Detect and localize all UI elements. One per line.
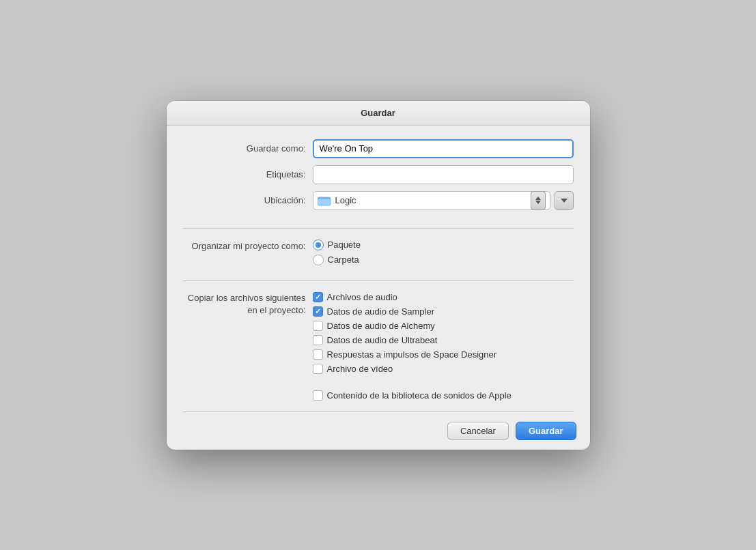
dialog-footer: Cancelar Guardar xyxy=(167,412,590,450)
ubicacion-row: Ubicación: Logic xyxy=(183,191,574,210)
checkbox-alchemy-label: Datos de audio de Alchemy xyxy=(327,321,435,331)
save-button[interactable]: Guardar xyxy=(516,422,576,440)
radio-carpeta-label: Carpeta xyxy=(328,255,359,265)
checkbox-spacedesigner[interactable]: Respuestas a impulsos de Space Designer xyxy=(313,349,512,360)
stepper-down-icon xyxy=(535,201,541,204)
organizar-radio-group: Paquete Carpeta xyxy=(313,240,361,265)
checkbox-ultrabeat-indicator xyxy=(313,335,323,345)
radio-paquete-indicator xyxy=(313,240,324,250)
radio-carpeta[interactable]: Carpeta xyxy=(313,255,361,265)
checkbox-audio-indicator xyxy=(313,292,323,302)
checkbox-video-label: Archivo de vídeo xyxy=(327,364,393,374)
chevron-down-icon xyxy=(561,199,568,203)
guardar-como-field xyxy=(313,139,574,158)
checkbox-apple-label: Contenido de la biblioteca de sonidos de… xyxy=(327,390,512,401)
checkbox-audio[interactable]: Archivos de audio xyxy=(313,292,512,302)
location-stepper[interactable] xyxy=(531,191,546,210)
checkbox-video-indicator xyxy=(313,364,323,374)
copy-label: Copiar los archivos siguientes en el pro… xyxy=(183,292,313,317)
copy-label-line1: Copiar los archivos siguientes xyxy=(188,293,306,303)
checkbox-spacedesigner-label: Respuestas a impulsos de Space Designer xyxy=(327,349,497,360)
dialog-body: Guardar como: Etiquetas: Ubicación: xyxy=(167,126,590,412)
checkbox-ultrabeat-label: Datos de audio de Ultrabeat xyxy=(327,335,438,345)
dialog-titlebar: Guardar xyxy=(167,101,590,126)
etiquetas-field xyxy=(313,165,574,184)
guardar-como-input[interactable] xyxy=(313,139,574,158)
organizar-label: Organizar mi proyecto como: xyxy=(183,240,313,251)
ubicacion-field: Logic xyxy=(313,191,574,210)
copy-checkboxes: Archivos de audio Datos de audio de Samp… xyxy=(313,292,512,401)
checkbox-audio-label: Archivos de audio xyxy=(327,292,397,302)
svg-rect-1 xyxy=(318,199,331,205)
organizar-row: Organizar mi proyecto como: Paquete Carp… xyxy=(183,240,574,265)
checkbox-spacer xyxy=(313,378,512,386)
checkbox-alchemy[interactable]: Datos de audio de Alchemy xyxy=(313,321,512,331)
copy-label-line2: en el proyecto: xyxy=(247,305,305,315)
checkbox-sampler[interactable]: Datos de audio de Sampler xyxy=(313,306,512,317)
etiquetas-label: Etiquetas: xyxy=(183,169,313,179)
cancel-button[interactable]: Cancelar xyxy=(447,422,509,440)
checkbox-apple-library[interactable]: Contenido de la biblioteca de sonidos de… xyxy=(313,390,512,401)
guardar-como-row: Guardar como: xyxy=(183,139,574,158)
guardar-como-label: Guardar como: xyxy=(183,143,313,154)
radio-paquete-label: Paquete xyxy=(328,240,361,250)
checkbox-sampler-indicator xyxy=(313,306,323,317)
radio-carpeta-indicator xyxy=(313,255,324,265)
etiquetas-row: Etiquetas: xyxy=(183,165,574,184)
ubicacion-label: Ubicación: xyxy=(183,195,313,205)
stepper-up-icon xyxy=(535,197,541,200)
location-text: Logic xyxy=(335,195,527,205)
guardar-dialog: Guardar Guardar como: Etiquetas: Ubica xyxy=(167,101,590,450)
folder-icon xyxy=(318,195,331,206)
checkbox-alchemy-indicator xyxy=(313,321,323,331)
checkbox-spacedesigner-indicator xyxy=(313,349,323,360)
checkbox-ultrabeat[interactable]: Datos de audio de Ultrabeat xyxy=(313,335,512,345)
etiquetas-input[interactable] xyxy=(313,165,574,184)
checkbox-sampler-label: Datos de audio de Sampler xyxy=(327,306,435,317)
organizar-section: Organizar mi proyecto como: Paquete Carp… xyxy=(183,229,574,281)
copy-row: Copiar los archivos siguientes en el pro… xyxy=(183,292,574,401)
expand-button[interactable] xyxy=(555,191,574,210)
radio-paquete[interactable]: Paquete xyxy=(313,240,361,250)
copy-section: Copiar los archivos siguientes en el pro… xyxy=(183,281,574,412)
top-form-section: Guardar como: Etiquetas: Ubicación: xyxy=(183,139,574,229)
dialog-title: Guardar xyxy=(361,108,395,118)
checkbox-apple-indicator xyxy=(313,390,323,401)
checkbox-video[interactable]: Archivo de vídeo xyxy=(313,364,512,374)
location-select[interactable]: Logic xyxy=(313,191,550,210)
